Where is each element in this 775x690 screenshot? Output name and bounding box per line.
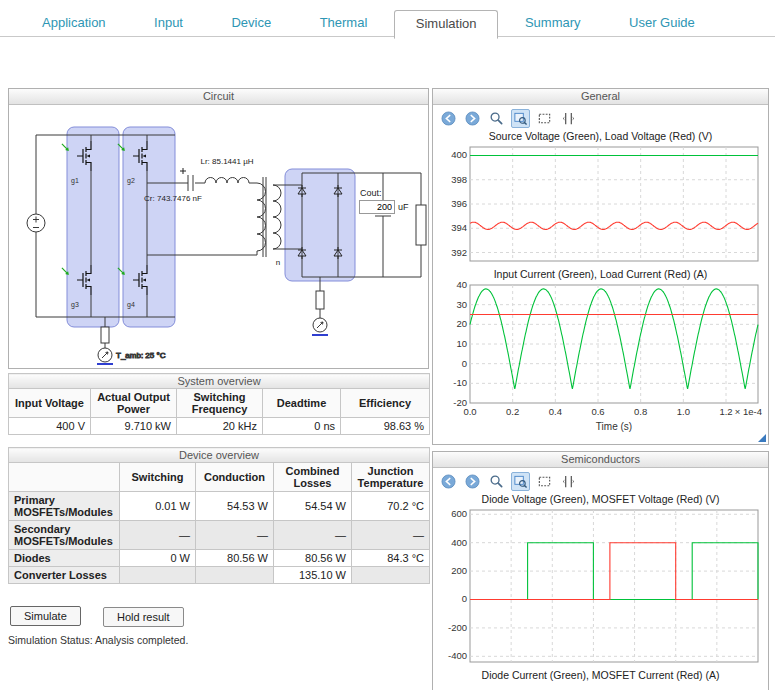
tab-thermal[interactable]: Thermal bbox=[298, 8, 390, 38]
col-combined-losses: Combined Losses bbox=[274, 463, 352, 492]
row-label-diodes: Diodes bbox=[9, 550, 120, 567]
tab-device[interactable]: Device bbox=[209, 8, 293, 38]
primary-junction-temp: 70.2 °C bbox=[352, 492, 430, 521]
input-voltage-value: 400 V bbox=[9, 418, 91, 435]
gate-label-g3: g3 bbox=[71, 301, 79, 309]
table-header-row: Switching Conduction Combined Losses Jun… bbox=[9, 463, 430, 492]
gate-label-g1: g1 bbox=[71, 177, 79, 185]
svg-text:0.8: 0.8 bbox=[634, 406, 647, 417]
zoom-button[interactable] bbox=[487, 472, 506, 491]
nav-forward-button[interactable] bbox=[463, 109, 482, 128]
ambient-temperature: T_amb: 25 °C bbox=[97, 327, 166, 364]
tab-application[interactable]: Application bbox=[20, 8, 128, 38]
table-row: Secondary MOSFETs/Modules — — — — bbox=[9, 521, 430, 550]
magnifier-icon bbox=[489, 111, 504, 126]
input-load-current-chart[interactable]: 0.00.20.40.60.81.01.2-20-10010203040× 1e… bbox=[437, 281, 764, 433]
svg-text:400: 400 bbox=[451, 149, 467, 160]
chart-title-device-voltage: Diode Voltage (Green), MOSFET Voltage (R… bbox=[433, 493, 768, 506]
primary-combined: 54.54 W bbox=[274, 492, 352, 521]
plot-toolbar bbox=[433, 468, 768, 492]
magnifier-icon bbox=[489, 474, 504, 489]
nav-back-button[interactable] bbox=[439, 109, 458, 128]
row-label-primary: Primary MOSFETs/Modules bbox=[9, 492, 120, 521]
nav-back-icon bbox=[441, 474, 456, 489]
diodes-conduction: 80.56 W bbox=[196, 550, 274, 567]
load-resistor bbox=[416, 205, 426, 245]
col-deadtime: Deadtime bbox=[263, 389, 341, 418]
svg-text:200: 200 bbox=[451, 565, 467, 576]
col-actual-output-power: Actual Output Power bbox=[91, 389, 177, 418]
system-overview-table: System overview Input Voltage Actual Out… bbox=[8, 373, 430, 435]
nav-back-icon bbox=[441, 111, 456, 126]
deadtime-value: 0 ns bbox=[263, 418, 341, 435]
table-row: Diodes 0 W 80.56 W 80.56 W 84.3 °C bbox=[9, 550, 430, 567]
svg-text:40: 40 bbox=[456, 281, 467, 290]
svg-text:-10: -10 bbox=[453, 377, 467, 388]
chart-title-device-current: Diode Current (Green), MOSFET Current (R… bbox=[433, 669, 768, 682]
chart-title-current: Input Current (Green), Load Current (Red… bbox=[433, 268, 768, 281]
tamb-label: T_amb: 25 °C bbox=[116, 351, 166, 360]
svg-text:392: 392 bbox=[451, 247, 467, 258]
tab-summary[interactable]: Summary bbox=[503, 8, 603, 38]
cursor-tool-button[interactable] bbox=[559, 472, 578, 491]
source-load-voltage-chart[interactable]: 392394396398400 bbox=[437, 143, 764, 267]
secondary-switching: — bbox=[120, 521, 196, 550]
svg-text:394: 394 bbox=[451, 222, 467, 233]
tab-user-guide[interactable]: User Guide bbox=[607, 8, 717, 38]
hold-result-button[interactable]: Hold result bbox=[103, 607, 184, 627]
plot-toolbar bbox=[433, 105, 768, 129]
output-power-value: 9.710 kW bbox=[91, 418, 177, 435]
nav-forward-button[interactable] bbox=[463, 472, 482, 491]
zoom-window-button[interactable] bbox=[511, 109, 530, 128]
secondary-junction-temp: — bbox=[352, 521, 430, 550]
col-conduction: Conduction bbox=[196, 463, 274, 492]
cr-label: Cr: 743.7476 nF bbox=[144, 194, 202, 203]
simulate-button[interactable]: Simulate bbox=[10, 606, 81, 626]
table-row: Converter Losses 135.10 W bbox=[9, 567, 430, 584]
svg-text:0.2: 0.2 bbox=[506, 406, 519, 417]
row-label-secondary: Secondary MOSFETs/Modules bbox=[9, 521, 120, 550]
svg-text:0: 0 bbox=[462, 358, 467, 369]
device-overview-table: Device overview Switching Conduction Com… bbox=[8, 447, 430, 584]
fit-view-button[interactable] bbox=[535, 109, 554, 128]
diodes-switching: 0 W bbox=[120, 550, 196, 567]
secondary-combined: — bbox=[274, 521, 352, 550]
converter-junction-temp bbox=[352, 567, 430, 584]
device-overview-title: Device overview bbox=[9, 448, 430, 463]
secondary-bridge bbox=[285, 169, 355, 281]
converter-conduction bbox=[196, 567, 274, 584]
gate-label-g2: g2 bbox=[127, 177, 135, 185]
efficiency-value: 98.63 % bbox=[341, 418, 430, 435]
diodes-junction-temp: 84.3 °C bbox=[352, 550, 430, 567]
fit-view-button[interactable] bbox=[535, 472, 554, 491]
cursors-icon bbox=[561, 111, 576, 126]
cout-unit-label: uF bbox=[398, 202, 409, 212]
nav-back-button[interactable] bbox=[439, 472, 458, 491]
table-header-row: Input Voltage Actual Output Power Switch… bbox=[9, 389, 430, 418]
primary-conduction: 54.53 W bbox=[196, 492, 274, 521]
svg-text:398: 398 bbox=[451, 174, 467, 185]
cursor-tool-button[interactable] bbox=[559, 109, 578, 128]
cout-input[interactable] bbox=[359, 200, 395, 214]
zoom-button[interactable] bbox=[487, 109, 506, 128]
svg-text:1.2: 1.2 bbox=[719, 406, 732, 417]
svg-text:30: 30 bbox=[456, 299, 467, 310]
svg-text:× 1e-4: × 1e-4 bbox=[735, 406, 762, 417]
tab-simulation[interactable]: Simulation bbox=[394, 10, 499, 39]
lr-label: Lr: 85.1441 µH bbox=[200, 157, 253, 166]
resize-handle-icon[interactable] bbox=[758, 434, 766, 442]
svg-text:0.4: 0.4 bbox=[549, 406, 562, 417]
semiconductors-panel: Semiconductors Diode Voltage (Green), MO… bbox=[432, 451, 769, 690]
svg-text:10: 10 bbox=[456, 338, 467, 349]
svg-text:-200: -200 bbox=[448, 622, 467, 633]
svg-text:396: 396 bbox=[451, 198, 467, 209]
svg-text:400: 400 bbox=[451, 537, 467, 548]
svg-text:-400: -400 bbox=[448, 650, 467, 661]
system-overview-title: System overview bbox=[9, 374, 430, 389]
col-junction-temperature: Junction Temperature bbox=[352, 463, 430, 492]
zoom-window-icon bbox=[513, 474, 528, 489]
tab-input[interactable]: Input bbox=[132, 8, 205, 38]
diode-mosfet-voltage-chart[interactable]: -400-2000200400600 bbox=[437, 506, 764, 668]
svg-text:-20: -20 bbox=[453, 397, 467, 408]
zoom-window-button[interactable] bbox=[511, 472, 530, 491]
